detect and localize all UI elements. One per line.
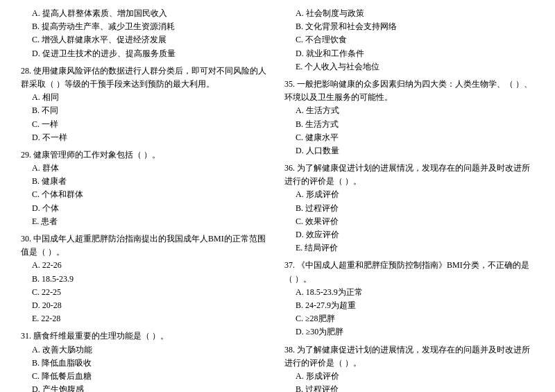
option-item: A. 社会制度与政策 (284, 7, 534, 20)
option-item: C. 22-25 (21, 286, 271, 299)
question-36: 36. 为了解健康促进计划的进展情况，发现存在的问题并及时改进所进行的评价是（ … (284, 162, 534, 255)
option-item: B. 24-27.9为超重 (284, 299, 534, 312)
option-item: C. 一样 (21, 118, 271, 131)
question-title: 30. 中国成年人超重肥胖防治指南提出的我国成年人BMI的正常范围值是（ ）。 (21, 232, 271, 259)
option-item: E. 22-28 (21, 312, 271, 325)
question-28: 28. 使用健康风险评估的数据进行人群分类后，即可对不同风险的人群采取（ ）等级… (21, 65, 271, 144)
question-title: 37. 《中国成人超重和肥胖症预防控制指南》BMI分类，不正确的是（ ）。 (284, 259, 534, 285)
option-item: E. 患者 (21, 215, 271, 228)
option-item: C. 不合理饮食 (284, 33, 534, 46)
option-item: B. 降低血脂吸收 (21, 357, 271, 370)
option-item: B. 文化背景和社会支持网络 (284, 20, 534, 33)
option-item: A. 18.5-23.9为正常 (284, 286, 534, 299)
option-item: C. 个体和群体 (21, 188, 271, 201)
main-columns: A. 提高人群整体素质、增加国民收入 B. 提高劳动生产率、减少卫生资源消耗 C… (21, 7, 534, 392)
question-title: 38. 为了解健康促进计划的进展情况，发现存在的问题并及时改进所进行的评价是（ … (284, 343, 534, 370)
option-item: B. 提高劳动生产率、减少卫生资源消耗 (21, 20, 271, 33)
right-column: A. 社会制度与政策 B. 文化背景和社会支持网络 C. 不合理饮食 D. 就业… (284, 7, 534, 392)
option-item: A. 22-26 (21, 259, 271, 272)
option-item: E. 结局评价 (284, 241, 534, 255)
option-item: D. 20-28 (21, 299, 271, 312)
q28-intro: A. 提高人群整体素质、增加国民收入 B. 提高劳动生产率、减少卫生资源消耗 C… (21, 7, 271, 60)
option-item: D. 效应评价 (284, 228, 534, 241)
question-31: 31. 膳食纤维最重要的生理功能是（ ）。 A. 改善大肠功能 B. 降低血脂吸… (21, 330, 271, 392)
option-item: A. 群体 (21, 162, 271, 175)
option-item: E. 个人收入与社会地位 (284, 60, 534, 74)
question-title: 28. 使用健康风险评估的数据进行人群分类后，即可对不同风险的人群采取（ ）等级… (21, 65, 271, 91)
option-item: D. 就业和工作条件 (284, 47, 534, 60)
option-item: C. 增强人群健康水平、促进经济发展 (21, 33, 271, 46)
option-item: B. 不同 (21, 104, 271, 117)
question-title: 35. 一般把影响健康的众多因素归纳为四大类：人类生物学、（ ）、环境以及卫生服… (284, 78, 534, 104)
option-item: D. 不一样 (21, 131, 271, 144)
option-item: B. 过程评价 (284, 202, 534, 215)
option-item: D. ≥30为肥胖 (284, 325, 534, 339)
question-title: 31. 膳食纤维最重要的生理功能是（ ）。 (21, 330, 271, 343)
question-38: 38. 为了解健康促进计划的进展情况，发现存在的问题并及时改进所进行的评价是（ … (284, 343, 534, 393)
option-item: B. 健康者 (21, 175, 271, 188)
option-item: A. 提高人群整体素质、增加国民收入 (21, 7, 271, 20)
option-item: D. 个体 (21, 202, 271, 215)
option-item: A. 形成评价 (284, 370, 534, 383)
page: A. 提高人群整体素质、增加国民收入 B. 提高劳动生产率、减少卫生资源消耗 C… (0, 0, 555, 392)
option-item: D. 产生饱腹感 (21, 383, 271, 392)
option-item: A. 生活方式 (284, 104, 534, 117)
question-35: 35. 一般把影响健康的众多因素归纳为四大类：人类生物学、（ ）、环境以及卫生服… (284, 78, 534, 157)
option-item: D. 人口数量 (284, 144, 534, 157)
option-item: C. ≥28肥胖 (284, 312, 534, 325)
option-item: C. 降低餐后血糖 (21, 370, 271, 383)
option-item: A. 相同 (21, 91, 271, 104)
option-item: A. 改善大肠功能 (21, 343, 271, 357)
question-title: 29. 健康管理师的工作对象包括（ ）。 (21, 148, 271, 162)
question-30: 30. 中国成年人超重肥胖防治指南提出的我国成年人BMI的正常范围值是（ ）。 … (21, 232, 271, 325)
option-item: B. 过程评价 (284, 383, 534, 392)
question-37: 37. 《中国成人超重和肥胖症预防控制指南》BMI分类，不正确的是（ ）。 A.… (284, 259, 534, 339)
question-title: 36. 为了解健康促进计划的进展情况，发现存在的问题并及时改进所进行的评价是（ … (284, 162, 534, 188)
option-item: C. 健康水平 (284, 131, 534, 144)
question-29: 29. 健康管理师的工作对象包括（ ）。 A. 群体 B. 健康者 C. 个体和… (21, 148, 271, 228)
option-item: B. 18.5-23.9 (21, 273, 271, 286)
option-item: C. 效果评价 (284, 215, 534, 228)
option-item: D. 促进卫生技术的进步、提高服务质量 (21, 47, 271, 60)
option-item: B. 生活方式 (284, 118, 534, 131)
q34-options-cont: A. 社会制度与政策 B. 文化背景和社会支持网络 C. 不合理饮食 D. 就业… (284, 7, 534, 74)
left-column: A. 提高人群整体素质、增加国民收入 B. 提高劳动生产率、减少卫生资源消耗 C… (21, 7, 271, 392)
option-item: A. 形成评价 (284, 188, 534, 201)
